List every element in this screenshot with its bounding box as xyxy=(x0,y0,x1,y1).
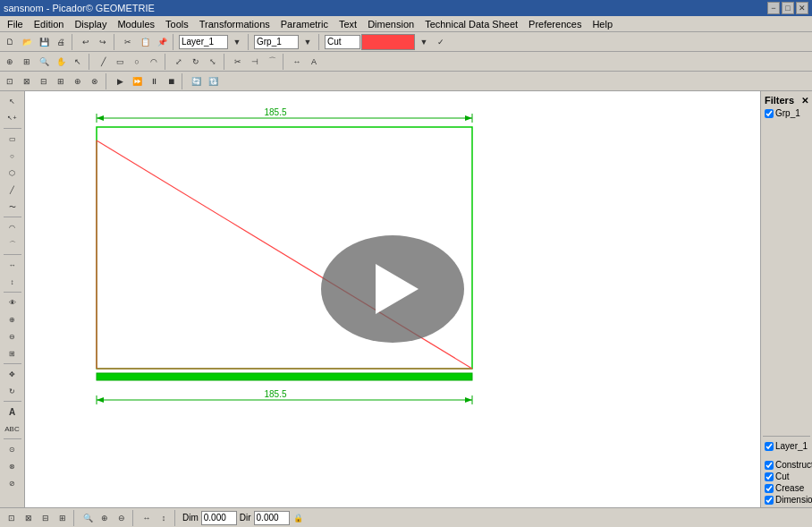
video-play-overlay[interactable] xyxy=(321,235,464,343)
cut-color[interactable] xyxy=(361,34,415,50)
layer1-checkbox[interactable] xyxy=(765,442,774,451)
bt-btn6[interactable]: ⊕ xyxy=(97,510,113,526)
select-btn[interactable]: ↖ xyxy=(70,54,86,70)
close-button[interactable]: ✕ xyxy=(796,2,808,14)
open-btn[interactable]: 📂 xyxy=(19,34,35,50)
menu-display[interactable]: Display xyxy=(69,18,112,30)
cut-arrow[interactable]: ▼ xyxy=(416,34,432,50)
bt-btn3[interactable]: ⊟ xyxy=(38,510,54,526)
tool-zoom-fit[interactable]: ⊞ xyxy=(3,345,22,361)
tool-bezier[interactable]: ⌒ xyxy=(3,236,22,252)
bt-btn5[interactable]: 🔍 xyxy=(80,510,96,526)
rotate-btn[interactable]: ↻ xyxy=(188,54,204,70)
bt-btn7[interactable]: ⊖ xyxy=(114,510,130,526)
tool-misc3[interactable]: ⊘ xyxy=(3,475,22,491)
tb3-btn5[interactable]: ⊕ xyxy=(70,73,86,89)
filters-close[interactable]: ✕ xyxy=(801,96,808,106)
tool-line[interactable]: ╱ xyxy=(3,182,22,198)
tb3-btn10[interactable]: ⏹ xyxy=(163,73,179,89)
filter-grp1[interactable]: Grp_1 xyxy=(763,107,810,119)
tool-arc[interactable]: ◠ xyxy=(3,219,22,235)
filter-layer1[interactable]: Layer_1 xyxy=(763,440,810,452)
tool-misc2[interactable]: ⊗ xyxy=(3,458,22,474)
dimension-checkbox[interactable] xyxy=(765,496,774,505)
filter-cut[interactable]: Cut xyxy=(763,471,810,482)
tool-abc[interactable]: ABC xyxy=(3,421,22,437)
text-btn[interactable]: A xyxy=(306,54,322,70)
tb-check[interactable]: ✓ xyxy=(433,34,449,50)
grid-btn[interactable]: ⊞ xyxy=(19,54,35,70)
filter-crease[interactable]: Crease xyxy=(763,482,810,494)
menu-dimension[interactable]: Dimension xyxy=(362,18,419,30)
pan-btn[interactable]: ✋ xyxy=(53,54,69,70)
tool-eye[interactable]: 👁 xyxy=(3,294,22,310)
tool-circle[interactable]: ○ xyxy=(3,148,22,164)
layer-input[interactable] xyxy=(179,35,228,49)
circle-btn[interactable]: ○ xyxy=(129,54,145,70)
cut-btn2[interactable]: ✂ xyxy=(120,34,136,50)
extend-btn[interactable]: ⊣ xyxy=(247,54,263,70)
minimize-button[interactable]: − xyxy=(767,2,780,14)
grp1-checkbox[interactable] xyxy=(765,109,774,118)
menu-technical-data-sheet[interactable]: Technical Data Sheet xyxy=(419,18,523,30)
menu-preferences[interactable]: Preferences xyxy=(523,18,587,30)
filter-construction[interactable]: Construction xyxy=(763,459,810,471)
tb3-btn6[interactable]: ⊗ xyxy=(87,73,103,89)
line-btn[interactable]: ╱ xyxy=(95,54,111,70)
menu-modules[interactable]: Modules xyxy=(112,18,160,30)
layer-arrow[interactable]: ▼ xyxy=(229,34,245,50)
redo-btn[interactable]: ↪ xyxy=(95,34,111,50)
tb3-btn1[interactable]: ⊡ xyxy=(2,73,18,89)
tb3-btn4[interactable]: ⊞ xyxy=(53,73,69,89)
tb3-btn3[interactable]: ⊟ xyxy=(36,73,52,89)
tool-measure[interactable]: ↔ xyxy=(3,257,22,273)
fillet-btn[interactable]: ⌒ xyxy=(264,54,280,70)
paste-btn[interactable]: 📌 xyxy=(154,34,170,50)
tool-zoom-out[interactable]: ⊖ xyxy=(3,328,22,344)
tool-poly[interactable]: ⬡ xyxy=(3,165,22,181)
maximize-button[interactable]: □ xyxy=(782,2,794,14)
menu-edition[interactable]: Edition xyxy=(29,18,70,30)
bt-btn4[interactable]: ⊞ xyxy=(55,510,71,526)
bt-btn2[interactable]: ⊠ xyxy=(21,510,37,526)
tb3-btn11[interactable]: 🔄 xyxy=(188,73,204,89)
rect-btn[interactable]: ▭ xyxy=(112,54,128,70)
filter-dimension[interactable]: Dimension xyxy=(763,494,810,506)
tool-spline[interactable]: 〜 xyxy=(3,199,22,215)
tb3-btn7[interactable]: ▶ xyxy=(112,73,128,89)
tb3-btn9[interactable]: ⏸ xyxy=(146,73,162,89)
snap-btn[interactable]: ⊕ xyxy=(2,54,18,70)
tool-move[interactable]: ✥ xyxy=(3,366,22,382)
new-btn[interactable]: 🗋 xyxy=(2,34,18,50)
dim-btn[interactable]: ↔ xyxy=(289,54,305,70)
cut-input[interactable] xyxy=(325,35,360,49)
tool-zoom-in[interactable]: ⊕ xyxy=(3,311,22,327)
tb3-btn2[interactable]: ⊠ xyxy=(19,73,35,89)
menu-file[interactable]: File xyxy=(2,18,29,30)
tool-select[interactable]: ↖ xyxy=(3,93,22,109)
print-btn[interactable]: 🖨 xyxy=(53,34,69,50)
tool-dim-v[interactable]: ↕ xyxy=(3,274,22,290)
tool-rect[interactable]: ▭ xyxy=(3,131,22,147)
grp-input[interactable] xyxy=(254,35,299,49)
canvas-area[interactable]: 185.5 185.5 xyxy=(25,91,760,507)
undo-btn[interactable]: ↩ xyxy=(78,34,94,50)
construction-checkbox[interactable] xyxy=(765,461,774,470)
tb3-btn8[interactable]: ⏩ xyxy=(129,73,145,89)
zoom-btn[interactable]: 🔍 xyxy=(36,54,52,70)
tool-select2[interactable]: ↖+ xyxy=(3,110,22,126)
trim-btn[interactable]: ✂ xyxy=(230,54,246,70)
dir-value[interactable] xyxy=(254,511,290,525)
menu-help[interactable]: Help xyxy=(587,18,618,30)
menu-parametric[interactable]: Parametric xyxy=(275,18,334,30)
tool-text[interactable]: A xyxy=(3,404,22,420)
tool-misc1[interactable]: ⊙ xyxy=(3,441,22,457)
bt-btn8[interactable]: ↔ xyxy=(139,510,155,526)
crease-checkbox[interactable] xyxy=(765,484,774,493)
scale-btn[interactable]: ⤡ xyxy=(205,54,221,70)
titlebar-controls[interactable]: − □ ✕ xyxy=(767,2,808,14)
bt-btn9[interactable]: ↕ xyxy=(156,510,172,526)
save-btn[interactable]: 💾 xyxy=(36,34,52,50)
tool-rotate[interactable]: ↻ xyxy=(3,383,22,399)
menu-transformations[interactable]: Transformations xyxy=(194,18,275,30)
